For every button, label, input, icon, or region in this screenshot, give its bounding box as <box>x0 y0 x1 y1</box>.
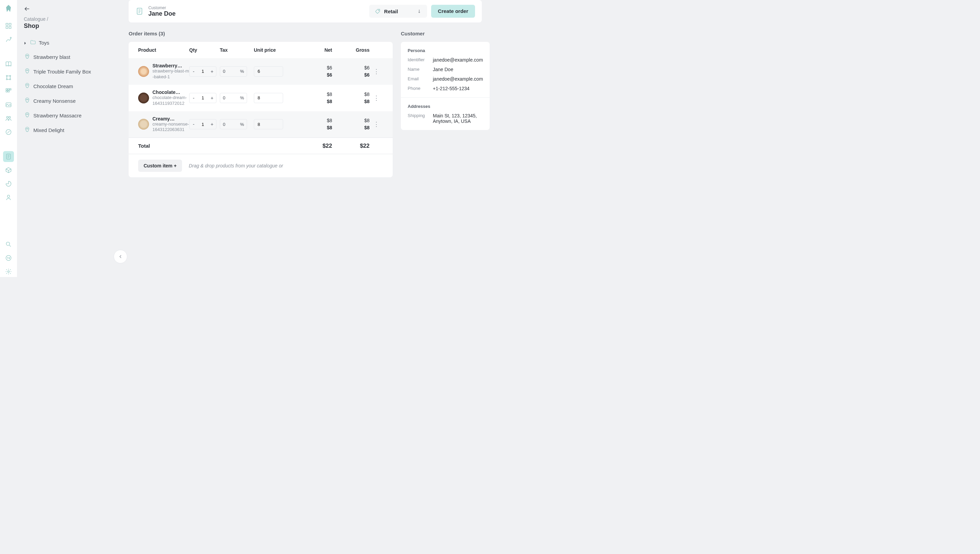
nav-orders-icon[interactable] <box>3 151 14 162</box>
order-items-title: Order items (3) <box>129 30 393 37</box>
sidebar-product-item[interactable]: Creamy Nonsense <box>24 94 114 108</box>
svg-point-4 <box>10 37 11 38</box>
nav-nodes-icon[interactable] <box>3 72 14 83</box>
qty-plus[interactable]: + <box>208 119 216 129</box>
unit-price-input[interactable]: 8 <box>254 93 283 103</box>
qty-minus[interactable]: - <box>189 93 198 103</box>
nav-pipeline-icon[interactable] <box>3 34 14 45</box>
tax-input[interactable]: 0% <box>220 119 247 129</box>
nav-translate-icon[interactable] <box>3 253 14 263</box>
dropdown-label: Retail <box>384 8 398 14</box>
svg-point-8 <box>10 79 11 80</box>
customer-card: Persona Identifier janedoe@example.com N… <box>401 42 490 130</box>
total-gross: $22 <box>332 142 369 150</box>
svg-rect-10 <box>8 89 9 90</box>
order-items-table: Product Qty Tax Unit price Net Gross Str… <box>129 42 393 177</box>
main-content: Customer Jane Doe Retail Create order Or… <box>121 0 490 277</box>
order-item-row: Strawberry…strawberry-blast-m-baked-1-1+… <box>129 58 393 85</box>
qty-plus[interactable]: + <box>208 67 216 76</box>
product-sku: chocolate-dream-1643119372012 <box>153 95 189 107</box>
nav-people-icon[interactable] <box>3 113 14 124</box>
col-tax: Tax <box>220 47 254 53</box>
col-gross: Gross <box>332 47 369 53</box>
nav-search-icon[interactable] <box>3 239 14 250</box>
custom-item-button[interactable]: Custom item + <box>138 159 182 172</box>
row-menu-button[interactable]: ⋮ <box>369 94 383 102</box>
product-icon <box>24 53 30 61</box>
product-label: Strawberry blast <box>33 54 70 60</box>
row-menu-button[interactable]: ⋮ <box>369 121 383 128</box>
icon-rail <box>0 0 17 277</box>
nav-box-icon[interactable] <box>3 165 14 175</box>
net-line2: $8 <box>298 98 332 105</box>
breadcrumb-parent[interactable]: Catalogue / <box>24 16 114 22</box>
unit-price-input[interactable]: 6 <box>254 66 283 76</box>
product-label: Triple Trouble Family Box <box>33 69 91 75</box>
qty-value: 1 <box>198 122 208 127</box>
qty-plus[interactable]: + <box>208 93 216 103</box>
customer-panel-title: Customer <box>401 30 490 37</box>
order-header: Customer Jane Doe Retail Create order <box>129 0 482 22</box>
sidebar-product-item[interactable]: Mixed Delight <box>24 123 114 137</box>
net-line2: $6 <box>298 72 332 79</box>
qty-stepper[interactable]: -1+ <box>189 93 216 103</box>
back-button[interactable] <box>24 5 114 14</box>
qty-stepper[interactable]: -1+ <box>189 119 216 129</box>
svg-point-31 <box>27 114 27 115</box>
folder-icon <box>30 39 36 46</box>
tax-value: 0 <box>223 95 225 100</box>
svg-rect-3 <box>9 27 11 29</box>
svg-point-29 <box>27 99 27 100</box>
pct-label: % <box>240 122 244 127</box>
row-menu-button[interactable]: ⋮ <box>369 68 383 75</box>
tax-input[interactable]: 0% <box>220 66 247 76</box>
breadcrumb-current: Shop <box>24 22 114 30</box>
folder-toys[interactable]: Toys <box>24 36 114 50</box>
phone-value: +1-212-555-1234 <box>433 86 469 91</box>
product-sku: strawberry-blast-m-baked-1 <box>153 68 189 80</box>
gross-line2: $8 <box>332 98 369 105</box>
svg-point-27 <box>27 85 27 85</box>
product-label: Creamy Nonsense <box>33 98 76 104</box>
collapse-sidebar-button[interactable] <box>114 250 127 263</box>
sidebar-product-item[interactable]: Strawberry blast <box>24 50 114 64</box>
clipboard-icon <box>135 7 143 15</box>
gross-line2: $8 <box>332 124 369 131</box>
nav-book-icon[interactable] <box>3 59 14 69</box>
nav-settings-icon[interactable] <box>3 266 14 277</box>
price-variant-dropdown[interactable]: Retail <box>369 5 427 18</box>
customer-name: Jane Doe <box>148 10 176 18</box>
svg-point-34 <box>27 129 28 129</box>
product-thumb <box>138 66 149 77</box>
product-label: Mixed Delight <box>33 127 64 133</box>
sidebar-product-item[interactable]: Chocolate Dream <box>24 79 114 94</box>
svg-rect-2 <box>6 27 8 29</box>
svg-rect-1 <box>9 24 11 25</box>
customer-label: Customer <box>148 5 176 10</box>
product-icon <box>24 111 30 119</box>
net-line1: $8 <box>298 117 332 124</box>
nav-discount-icon[interactable] <box>3 127 14 137</box>
name-label: Name <box>408 67 429 72</box>
gross-line1: $6 <box>332 64 369 72</box>
qty-minus[interactable]: - <box>189 67 198 76</box>
order-item-row: Creamy…creamy-nonsense-1643122063631-1+0… <box>129 111 393 138</box>
nav-image-icon[interactable] <box>3 99 14 110</box>
sidebar-product-item[interactable]: Strawberry Massacre <box>24 108 114 123</box>
nav-analytics-icon[interactable] <box>3 178 14 189</box>
qty-minus[interactable]: - <box>189 119 198 129</box>
product-name: Strawberry… <box>153 63 189 68</box>
svg-rect-9 <box>6 89 8 90</box>
sidebar-product-item[interactable]: Triple Trouble Family Box <box>24 64 114 79</box>
nav-dashboard-icon[interactable] <box>3 21 14 31</box>
svg-point-24 <box>27 56 28 56</box>
tax-input[interactable]: 0% <box>220 93 247 103</box>
create-order-button[interactable]: Create order <box>431 5 475 18</box>
gross-line2: $6 <box>332 72 369 79</box>
nav-grid-icon[interactable] <box>3 86 14 97</box>
unit-price-input[interactable]: 8 <box>254 119 283 129</box>
qty-stepper[interactable]: -1+ <box>189 66 216 76</box>
nav-user-icon[interactable] <box>3 192 14 203</box>
svg-point-23 <box>27 56 27 56</box>
svg-point-26 <box>27 70 28 71</box>
